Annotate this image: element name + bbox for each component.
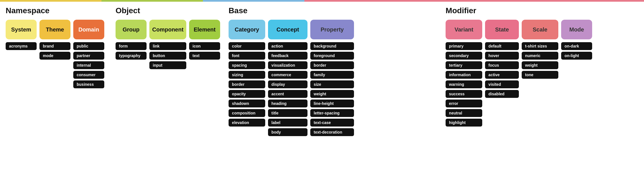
concept-column: Concept action feedback visualization co…: [268, 20, 307, 136]
tag-on-light: on-light: [561, 52, 592, 60]
tag-border: border: [229, 80, 265, 88]
tag-active: active: [485, 71, 519, 79]
modifier-columns: Variant primary secondary tertiary infor…: [446, 20, 638, 127]
tag-button: button: [149, 52, 186, 60]
tag-title: title: [268, 109, 307, 117]
tag-sizing: sizing: [229, 71, 265, 79]
tag-body: body: [268, 128, 307, 136]
element-column: Element icon text: [189, 20, 220, 69]
variant-tags: primary secondary tertiary information w…: [446, 42, 482, 127]
state-card: State: [485, 20, 519, 39]
namespace-section: Namespace System acronyms Theme brand mo…: [6, 6, 107, 136]
tag-weight: weight: [310, 90, 354, 98]
divider-3: [437, 6, 446, 136]
tag-opacity: opacity: [229, 90, 265, 98]
theme-card: Theme: [39, 20, 70, 39]
tag-success: success: [446, 90, 482, 98]
tag-internal: internal: [73, 61, 104, 69]
tag-typography: typography: [116, 52, 147, 60]
tag-letter-spacing: letter-spacing: [310, 109, 354, 117]
category-tags: color font spacing sizing border opacity…: [229, 42, 265, 127]
tag-primary: primary: [446, 42, 482, 50]
base-columns: Category color font spacing sizing borde…: [229, 20, 437, 136]
tag-composition: composition: [229, 109, 265, 117]
base-section: Base Category color font spacing sizing …: [229, 6, 437, 136]
group-card: Group: [116, 20, 147, 39]
modifier-section: Modifier Variant primary secondary terti…: [446, 6, 638, 136]
modifier-title: Modifier: [446, 6, 638, 15]
component-column: Component link button input: [149, 20, 186, 69]
tag-highlight: highlight: [446, 119, 482, 127]
element-tags: icon text: [189, 42, 220, 60]
scale-column: Scale t-shirt sizes numeric weight tone: [522, 20, 558, 127]
tag-heading: heading: [268, 100, 307, 107]
property-card: Property: [310, 20, 354, 39]
system-tags: acronyms: [6, 42, 37, 50]
tag-icon: icon: [189, 42, 220, 50]
theme-column: Theme brand mode: [39, 20, 70, 88]
tag-business: business: [73, 80, 104, 88]
component-card: Component: [149, 20, 186, 39]
theme-tags: brand mode: [39, 42, 70, 60]
state-column: State default hover focus active visited…: [485, 20, 519, 127]
object-title: Object: [116, 6, 220, 15]
tag-consumer: consumer: [73, 71, 104, 79]
tag-input: input: [149, 61, 186, 69]
tag-font: font: [229, 52, 265, 60]
tag-weight: weight: [522, 61, 558, 69]
tag-tertiary: tertiary: [446, 61, 482, 69]
group-column: Group form typography: [116, 20, 147, 69]
tag-shadown: shadown: [229, 100, 265, 107]
namespace-title: Namespace: [6, 6, 107, 15]
base-bar: [203, 0, 304, 2]
scale-tags: t-shirt sizes numeric weight tone: [522, 42, 558, 79]
tag-brand: brand: [39, 42, 70, 50]
tag-text: text: [189, 52, 220, 60]
tag-focus: focus: [485, 61, 519, 69]
property-tags: background foreground border family size…: [310, 42, 354, 136]
tag-visited: visited: [485, 80, 519, 88]
element-card: Element: [189, 20, 220, 39]
modifier-bar: [304, 0, 644, 2]
tag-secondary: secondary: [446, 52, 482, 60]
namespace-bar: [0, 0, 101, 2]
tag-size: size: [310, 80, 354, 88]
tag-color: color: [229, 42, 265, 50]
domain-tags: public partner internal consumer busines…: [73, 42, 104, 88]
tag-on-dark: on-dark: [561, 42, 592, 50]
tag-disabled: disabled: [485, 90, 519, 98]
variant-column: Variant primary secondary tertiary infor…: [446, 20, 482, 127]
tag-line-height: line-height: [310, 100, 354, 107]
divider-2: [220, 6, 229, 136]
tag-warning: warning: [446, 80, 482, 88]
tag-foreground: foreground: [310, 52, 354, 60]
tag-tone: tone: [522, 71, 558, 79]
mode-card: Mode: [561, 20, 592, 39]
tag-tshirt-sizes: t-shirt sizes: [522, 42, 558, 50]
tag-family: family: [310, 71, 354, 79]
divider-1: [107, 6, 116, 136]
mode-tags: on-dark on-light: [561, 42, 592, 60]
tag-accent: accent: [268, 90, 307, 98]
domain-card: Domain: [73, 20, 104, 39]
category-column: Category color font spacing sizing borde…: [229, 20, 265, 136]
component-tags: link button input: [149, 42, 186, 69]
property-column: Property background foreground border fa…: [310, 20, 354, 136]
tag-partner: partner: [73, 52, 104, 60]
tag-text-decoration: text-decoration: [310, 128, 354, 136]
variant-card: Variant: [446, 20, 482, 39]
mode-column: Mode on-dark on-light: [561, 20, 592, 127]
namespace-columns: System acronyms Theme brand mode Domain …: [6, 20, 107, 88]
scale-card: Scale: [522, 20, 558, 39]
main-container: Namespace System acronyms Theme brand mo…: [0, 2, 644, 141]
tag-numeric: numeric: [522, 52, 558, 60]
system-column: System acronyms: [6, 20, 37, 88]
tag-form: form: [116, 42, 147, 50]
tag-information: information: [446, 71, 482, 79]
tag-border: border: [310, 61, 354, 69]
tag-error: error: [446, 100, 482, 107]
object-bar: [101, 0, 203, 2]
tag-link: link: [149, 42, 186, 50]
top-bars: [0, 0, 644, 2]
object-columns: Group form typography Component link but…: [116, 20, 220, 69]
